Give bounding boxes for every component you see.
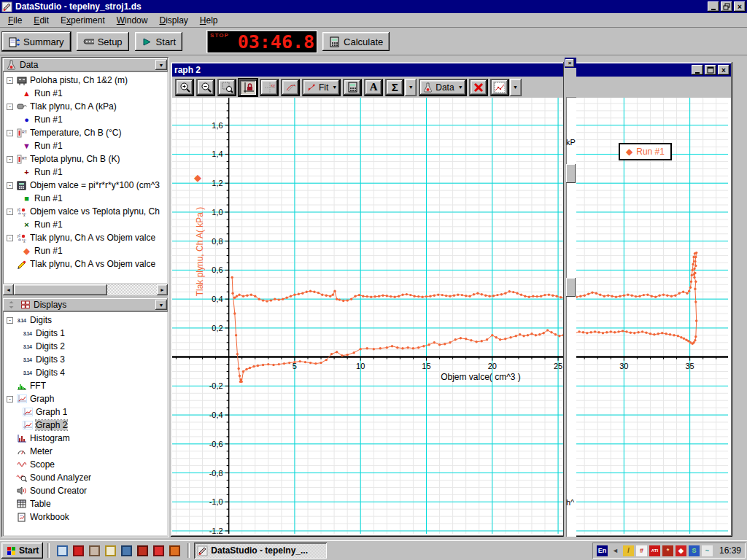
data-item-tlak-plynu-ch-a-kpa-[interactable]: -Tlak plynu, Ch A (kPa) bbox=[4, 100, 168, 113]
display-item-sound-creator[interactable]: Sound Creator bbox=[4, 484, 168, 497]
close-button[interactable]: × bbox=[734, 1, 746, 12]
display-item-digits-2[interactable]: 3.14Digits 2 bbox=[4, 340, 168, 353]
display-item-workbook[interactable]: Workbook bbox=[4, 510, 168, 524]
zoom-select-button[interactable] bbox=[217, 79, 236, 96]
text-annotation-button[interactable]: A bbox=[364, 79, 383, 96]
app-titlebar[interactable]: DataStudio - tepelny_stroj1.ds × bbox=[0, 0, 747, 13]
graph-settings-button[interactable] bbox=[490, 79, 509, 96]
data-item-run-1[interactable]: ▲Run #1 bbox=[4, 87, 168, 100]
scroll-left-arrow[interactable]: ◄ bbox=[3, 284, 14, 295]
volume-icon[interactable]: ◄ bbox=[610, 545, 621, 556]
data-item-temperature-ch-b-c-[interactable]: -RTDTemperature, Ch B (°C) bbox=[4, 126, 168, 139]
scrollbar-thumb[interactable] bbox=[14, 284, 107, 295]
start-menu-button[interactable]: Start bbox=[1, 542, 43, 559]
data-item-run-1[interactable]: ×Run #1 bbox=[4, 218, 168, 231]
y-axis-title[interactable]: Tlak plynu, Ch A( kPa ) bbox=[195, 179, 205, 324]
tree-expand-box[interactable]: - bbox=[7, 317, 13, 324]
start-button[interactable]: Start bbox=[135, 32, 182, 51]
data-menu-button[interactable]: Data▼ bbox=[419, 79, 466, 96]
menu-display[interactable]: Display bbox=[154, 14, 193, 27]
display-item-digits-1[interactable]: 3.14Digits 1 bbox=[4, 327, 168, 340]
tree-expand-box[interactable]: - bbox=[7, 182, 13, 189]
menu-help[interactable]: Help bbox=[195, 14, 223, 27]
display-icon[interactable]: ~ bbox=[702, 545, 713, 556]
data-item-teplota-plynu-ch-b-k-[interactable]: -RTDTeplota plynu, Ch B (K) bbox=[4, 152, 168, 166]
display-item-graph-2[interactable]: Graph 2 bbox=[4, 419, 168, 432]
data-item-run-1[interactable]: ▼Run #1 bbox=[4, 139, 168, 152]
background-window-close-button[interactable]: × bbox=[565, 59, 574, 67]
minimize-button[interactable] bbox=[708, 1, 719, 12]
language-indicator[interactable]: En bbox=[597, 545, 608, 556]
displays-panel-header[interactable]: Displays ▼ bbox=[3, 298, 168, 311]
data-item-poloha-pistu-ch-1-2-m-[interactable]: -Poloha pistu, Ch 1&2 (m) bbox=[4, 74, 168, 87]
scroll-right-arrow[interactable]: ► bbox=[157, 284, 168, 295]
menu-file[interactable]: File bbox=[3, 14, 27, 27]
data-item-run-1[interactable]: ◆Run #1 bbox=[4, 244, 168, 257]
menu-edit[interactable]: Edit bbox=[28, 14, 54, 27]
tree-expand-box[interactable]: - bbox=[7, 209, 13, 215]
menu-window[interactable]: Window bbox=[112, 14, 153, 27]
ati-icon[interactable]: ATI bbox=[649, 545, 660, 556]
data-item-objem-valce-pi-r-r-y-100-cm-3[interactable]: -Objem valce = pi*r*r*y*100 (cm^3 bbox=[4, 179, 168, 192]
scheduler-icon[interactable]: # bbox=[636, 545, 647, 556]
display-item-digits-4[interactable]: 3.14Digits 4 bbox=[4, 366, 168, 379]
fit-button[interactable]: Fit▼ bbox=[302, 79, 341, 96]
display-item-table[interactable]: Table bbox=[4, 497, 168, 510]
tree-expand-box[interactable]: - bbox=[7, 104, 13, 110]
scrollbar-track[interactable] bbox=[107, 284, 157, 295]
zoom-out-button[interactable] bbox=[196, 79, 215, 96]
remove-button[interactable] bbox=[469, 79, 488, 96]
tree-expand-box[interactable]: - bbox=[7, 235, 13, 241]
setup-button[interactable]: Setup bbox=[77, 32, 129, 51]
tree-expand-box[interactable]: - bbox=[7, 77, 13, 84]
data-panel-header[interactable]: Data ▼ bbox=[3, 58, 168, 71]
quicklaunch-notepad-icon[interactable] bbox=[57, 545, 68, 556]
panel-splitter-icon[interactable] bbox=[6, 300, 17, 309]
quicklaunch-pen-icon[interactable] bbox=[105, 545, 116, 556]
data-item-objem-valce-vs-teplota-plynu-ch[interactable]: -yxObjem valce vs Teplota plynu, Ch bbox=[4, 205, 168, 218]
legend[interactable]: ◆ Run #1 bbox=[619, 143, 672, 160]
display-item-sound-analyzer[interactable]: Sound Analyzer bbox=[4, 471, 168, 484]
displays-panel-dropdown-button[interactable]: ▼ bbox=[155, 300, 167, 310]
statistics-button-dropdown[interactable]: ▼ bbox=[405, 79, 417, 96]
datastudio-task-button[interactable]: DataStudio - tepelny_... bbox=[194, 542, 327, 559]
data-item-tlak-plynu-ch-a-vs-objem-valce[interactable]: -yxTlak plynu, Ch A vs Objem valce bbox=[4, 231, 168, 244]
quicklaunch-acrobat-icon[interactable] bbox=[73, 545, 84, 556]
x-axis-title[interactable]: Objem valce( cm^3 ) bbox=[441, 372, 521, 382]
display-item-graph-1[interactable]: Graph 1 bbox=[4, 405, 168, 419]
display-item-digits[interactable]: -3.14Digits bbox=[4, 314, 168, 327]
zoom-in-button[interactable] bbox=[175, 79, 194, 96]
display-item-graph[interactable]: -Graph bbox=[4, 392, 168, 405]
display-item-scope[interactable]: Scope bbox=[4, 458, 168, 471]
tree-expand-box[interactable]: - bbox=[7, 156, 13, 163]
data-item-tlak-plynu-ch-a-vs-objem-valce[interactable]: Tlak plynu, Ch A vs Objem valce bbox=[4, 257, 168, 271]
calculate-button[interactable]: Calculate bbox=[322, 32, 390, 51]
data-item-run-1[interactable]: ■Run #1 bbox=[4, 192, 168, 205]
data-item-run-1[interactable]: ●Run #1 bbox=[4, 113, 168, 126]
tree-expand-box[interactable]: - bbox=[7, 396, 13, 402]
mascot-icon[interactable]: * bbox=[662, 545, 673, 556]
menu-experiment[interactable]: Experiment bbox=[55, 14, 110, 27]
display-item-fft[interactable]: FFT bbox=[4, 379, 168, 392]
data-panel-dropdown-button[interactable]: ▼ bbox=[155, 60, 167, 70]
summary-button[interactable]: Summary bbox=[2, 32, 71, 51]
statistics-button[interactable]: Σ bbox=[385, 79, 404, 96]
hotkeys-icon[interactable]: / bbox=[623, 545, 634, 556]
graph-settings-button-dropdown[interactable]: ▼ bbox=[510, 79, 522, 96]
quicklaunch-bird-icon[interactable] bbox=[89, 545, 100, 556]
data-item-run-1[interactable]: +Run #1 bbox=[4, 166, 168, 179]
graph-minimize-button[interactable] bbox=[692, 65, 703, 75]
antivirus-icon[interactable]: ◆ bbox=[676, 545, 686, 556]
axis-lock-button[interactable] bbox=[239, 79, 258, 96]
display-item-digits-3[interactable]: 3.14Digits 3 bbox=[4, 353, 168, 366]
restore-button[interactable] bbox=[721, 1, 732, 12]
graph-maximize-button[interactable] bbox=[705, 65, 716, 75]
display-item-histogram[interactable]: Histogram bbox=[4, 432, 168, 445]
graph-window-titlebar[interactable]: raph 2 × bbox=[172, 63, 731, 77]
calculator-button[interactable] bbox=[343, 79, 362, 96]
sync-icon[interactable]: S bbox=[689, 545, 700, 556]
smart-tool-button[interactable]: xy bbox=[260, 79, 279, 96]
quicklaunch-winamp-icon[interactable] bbox=[169, 545, 180, 556]
quicklaunch-opera-icon[interactable] bbox=[153, 545, 164, 556]
tree-expand-box[interactable]: - bbox=[7, 130, 13, 136]
